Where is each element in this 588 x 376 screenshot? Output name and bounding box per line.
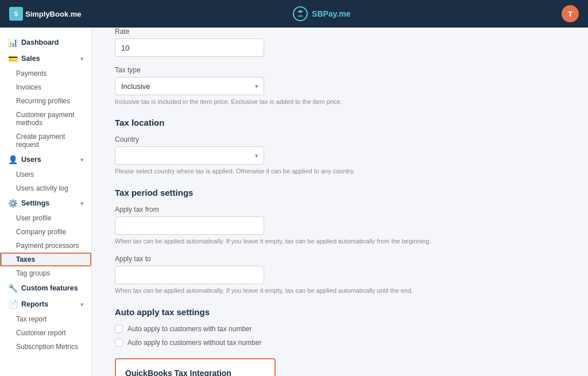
users-label: Users: [21, 156, 41, 164]
tax-location-title: Tax location: [115, 118, 565, 127]
sidebar-item-customer-payment-methods[interactable]: Customer payment methods: [0, 108, 91, 130]
sidebar-item-dashboard[interactable]: 📊 Dashboard: [0, 34, 91, 51]
sidebar-item-user-profile[interactable]: User profile: [0, 211, 91, 225]
settings-label: Settings: [21, 199, 49, 207]
tax-type-select-wrapper: Inclusive Exclusive ▾: [115, 77, 264, 95]
sidebar-item-tax-report[interactable]: Tax report: [0, 312, 91, 326]
auto-apply-with-tax-row: Auto apply to customers with tax number: [115, 325, 565, 333]
sidebar-item-taxes[interactable]: Taxes: [0, 253, 91, 266]
rate-label: Rate: [115, 28, 565, 36]
reports-icon: 📄: [8, 300, 18, 309]
dashboard-icon: 📊: [8, 38, 18, 47]
sidebar-item-company-profile[interactable]: Company profile: [0, 225, 91, 239]
auto-apply-title: Auto apply tax settings: [115, 307, 565, 317]
country-label: Country: [115, 135, 565, 144]
logo-text: SimplyBook.me: [25, 10, 82, 18]
dashboard-label: Dashboard: [21, 38, 59, 46]
sales-chevron: ▾: [80, 56, 83, 62]
svg-point-0: [293, 7, 307, 21]
tax-type-label: Tax type: [115, 66, 565, 74]
settings-chevron: ▾: [80, 200, 83, 207]
auto-apply-without-tax-checkbox[interactable]: [115, 339, 123, 347]
sidebar-item-subscription-metrics[interactable]: Subscription Metrics: [0, 340, 91, 354]
sidebar-item-invoices[interactable]: Invoices: [0, 80, 91, 94]
apply-to-label: Apply tax to: [115, 255, 565, 263]
sidebar: 📊 Dashboard 💳 Sales ▾ Payments Invoices …: [0, 28, 92, 376]
sbpay-icon: [292, 6, 308, 22]
sidebar-section-users[interactable]: 👤 Users ▾: [0, 152, 91, 168]
apply-from-label: Apply tax from: [115, 206, 565, 214]
reports-chevron: ▾: [80, 301, 83, 308]
sidebar-item-users[interactable]: Users: [0, 168, 91, 181]
sidebar-section-reports[interactable]: 📄 Reports ▾: [0, 296, 91, 312]
tax-type-field-group: Tax type Inclusive Exclusive ▾ Inclusive…: [115, 66, 565, 106]
apply-to-input[interactable]: [115, 266, 264, 284]
sidebar-section-custom-features[interactable]: 🔧 Custom features: [0, 280, 91, 296]
sidebar-item-tag-groups[interactable]: Tag groups: [0, 266, 91, 280]
quickbooks-integration-box: QuickBooks Tax Integration QuickBooks Ta…: [115, 358, 276, 376]
reports-label: Reports: [21, 300, 48, 308]
rate-field-group: Rate: [115, 28, 565, 57]
quickbooks-title: QuickBooks Tax Integration: [125, 369, 265, 376]
custom-features-icon: 🔧: [8, 284, 18, 293]
sales-icon: 💳: [8, 54, 18, 63]
apply-to-field-group: Apply tax to When tax can be applied aut…: [115, 255, 565, 295]
custom-features-label: Custom features: [21, 284, 78, 292]
settings-icon: ⚙️: [8, 199, 18, 208]
auto-apply-without-tax-row: Auto apply to customers without tax numb…: [115, 339, 565, 347]
apply-from-input[interactable]: [115, 216, 264, 235]
sidebar-item-users-activity-log[interactable]: Users activity log: [0, 181, 91, 195]
tax-type-select[interactable]: Inclusive Exclusive: [115, 77, 264, 95]
rate-input[interactable]: [115, 38, 264, 57]
top-navigation: S SimplyBook.me SBPay.me T: [0, 0, 588, 28]
users-icon: 👤: [8, 155, 18, 164]
apply-from-field-group: Apply tax from When tax can be applied a…: [115, 206, 565, 246]
apply-to-hint: When tax can be applied automatically. I…: [115, 286, 565, 295]
sales-label: Sales: [21, 55, 40, 63]
tax-period-title: Tax period settings: [115, 188, 565, 197]
country-hint: Please select country where tax is appli…: [115, 167, 565, 176]
country-select[interactable]: [115, 146, 264, 165]
sidebar-item-payments[interactable]: Payments: [0, 67, 91, 80]
country-select-wrapper: ▾: [115, 146, 264, 165]
sidebar-section-settings[interactable]: ⚙️ Settings ▾: [0, 195, 91, 211]
sidebar-section-sales[interactable]: 💳 Sales ▾: [0, 51, 91, 67]
logo-icon: S: [9, 7, 23, 21]
apply-from-hint: When tax can be applied automatically. I…: [115, 237, 565, 246]
auto-apply-without-tax-label: Auto apply to customers without tax numb…: [127, 339, 261, 347]
auto-apply-with-tax-checkbox[interactable]: [115, 325, 123, 333]
auto-apply-with-tax-label: Auto apply to customers with tax number: [127, 325, 252, 333]
user-avatar[interactable]: T: [562, 5, 579, 22]
tax-type-hint: Inclusive tax is included in the item pr…: [115, 98, 565, 106]
sidebar-item-payment-processors[interactable]: Payment processors: [0, 239, 91, 253]
sidebar-item-customer-report[interactable]: Customer report: [0, 326, 91, 340]
simplybook-logo: S SimplyBook.me: [9, 7, 82, 21]
sbpay-logo: SBPay.me: [292, 6, 350, 22]
sidebar-item-recurring-profiles[interactable]: Recurring profiles: [0, 94, 91, 108]
users-chevron: ▾: [80, 157, 83, 163]
country-field-group: Country ▾ Please select country where ta…: [115, 135, 565, 176]
sidebar-item-create-payment-request[interactable]: Create payment request: [0, 130, 91, 152]
main-content: Rate Tax type Inclusive Exclusive ▾ Incl…: [92, 28, 588, 376]
sbpay-text: SBPay.me: [312, 9, 350, 18]
